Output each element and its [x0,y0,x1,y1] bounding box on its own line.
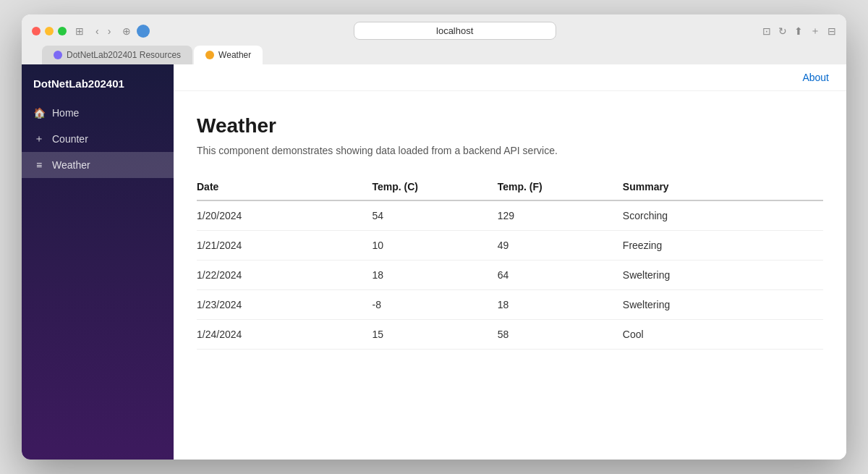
cell-summary: Cool [623,320,823,350]
cell-summary: Sweltering [623,290,823,320]
cell-tempf: 58 [498,320,623,350]
about-link[interactable]: About [802,72,829,83]
sidebar-item-home-label: Home [52,107,79,119]
sidebar-item-home[interactable]: 🏠 Home [22,100,174,126]
share-icon[interactable]: ⬆ [794,25,803,37]
counter-icon: ＋ [33,133,45,145]
page-title: Weather [197,114,823,137]
sidebar-icon[interactable]: ⊟ [827,25,836,37]
cell-date: 1/24/2024 [197,320,372,350]
reader-icon[interactable]: ⊡ [762,25,771,37]
traffic-lights [32,27,67,35]
tab-weather-label: Weather [218,50,251,60]
close-button[interactable] [32,27,41,35]
tab-weather[interactable]: Weather [194,46,263,64]
cell-tempf: 64 [498,261,623,290]
sidebar-item-counter-label: Counter [52,133,88,145]
cell-tempc: -8 [372,290,497,320]
col-header-tempc: Temp. (C) [372,174,497,200]
tab-resources-label: DotNetLab202401 Resources [67,50,181,60]
cell-date: 1/23/2024 [197,290,372,320]
table-row: 1/23/2024-818Sweltering [197,290,823,320]
cell-tempc: 18 [372,261,497,290]
toolbar-right: ⊡ ↻ ⬆ ＋ ⊟ [762,25,836,38]
col-header-date: Date [197,174,372,200]
cell-tempc: 54 [372,200,497,231]
table-row: 1/21/20241049Freezing [197,231,823,261]
new-tab-icon[interactable]: ＋ [810,25,820,38]
home-icon: 🏠 [33,107,45,119]
col-header-tempf: Temp. (F) [498,174,623,200]
table-row: 1/22/20241864Sweltering [197,261,823,290]
content-area: About Weather This component demonstrate… [174,64,846,460]
sidebar-item-counter[interactable]: ＋ Counter [22,126,174,152]
sidebar-item-weather[interactable]: ≡ Weather [22,152,174,178]
title-bar: ⊞ ‹ › ⊕ localhost ⊡ ↻ ⬆ ＋ ⊟ [22,14,846,64]
maximize-button[interactable] [58,27,67,35]
address-bar-container: localhost [156,22,754,40]
profile-icon[interactable] [137,25,150,38]
cell-summary: Scorching [623,200,823,231]
address-bar[interactable]: localhost [354,22,556,40]
window-controls: ⊞ [75,25,84,37]
tab-resources-icon [54,51,62,59]
sidebar: DotNetLab202401 🏠 Home ＋ Counter ≡ Weath… [22,64,174,460]
table-row: 1/20/202454129Scorching [197,200,823,231]
cell-tempf: 49 [498,231,623,261]
tab-resources[interactable]: DotNetLab202401 Resources [42,46,192,64]
cell-tempf: 18 [498,290,623,320]
tabs-bar: DotNetLab202401 Resources Weather [32,46,836,64]
back-button[interactable]: ‹ [93,24,102,38]
sidebar-item-weather-label: Weather [52,159,90,171]
col-header-summary: Summary [623,174,823,200]
cell-summary: Freezing [623,231,823,261]
minimize-button[interactable] [45,27,54,35]
app-area: DotNetLab202401 🏠 Home ＋ Counter ≡ Weath… [22,64,846,460]
refresh-icon[interactable]: ↻ [778,25,787,37]
tab-weather-icon [205,51,214,59]
cell-tempf: 129 [498,200,623,231]
main-content: Weather This component demonstrates show… [174,91,846,373]
weather-table: Date Temp. (C) Temp. (F) Summary 1/20/20… [197,174,823,350]
bookmark-icon: ⊕ [122,25,131,37]
sidebar-title: DotNetLab202401 [22,64,174,100]
cell-tempc: 15 [372,320,497,350]
top-nav: About [174,64,846,91]
sidebar-toggle-icon[interactable]: ⊞ [75,25,84,37]
cell-summary: Sweltering [623,261,823,290]
table-body: 1/20/202454129Scorching1/21/20241049Free… [197,200,823,350]
cell-tempc: 10 [372,231,497,261]
page-description: This component demonstrates showing data… [197,145,823,156]
cell-date: 1/22/2024 [197,261,372,290]
forward-button[interactable]: › [105,24,114,38]
cell-date: 1/21/2024 [197,231,372,261]
table-header-row: Date Temp. (C) Temp. (F) Summary [197,174,823,200]
table-row: 1/24/20241558Cool [197,320,823,350]
cell-date: 1/20/2024 [197,200,372,231]
weather-icon: ≡ [33,159,45,171]
browser-window: ⊞ ‹ › ⊕ localhost ⊡ ↻ ⬆ ＋ ⊟ [22,14,846,460]
nav-buttons: ‹ › [93,24,114,38]
